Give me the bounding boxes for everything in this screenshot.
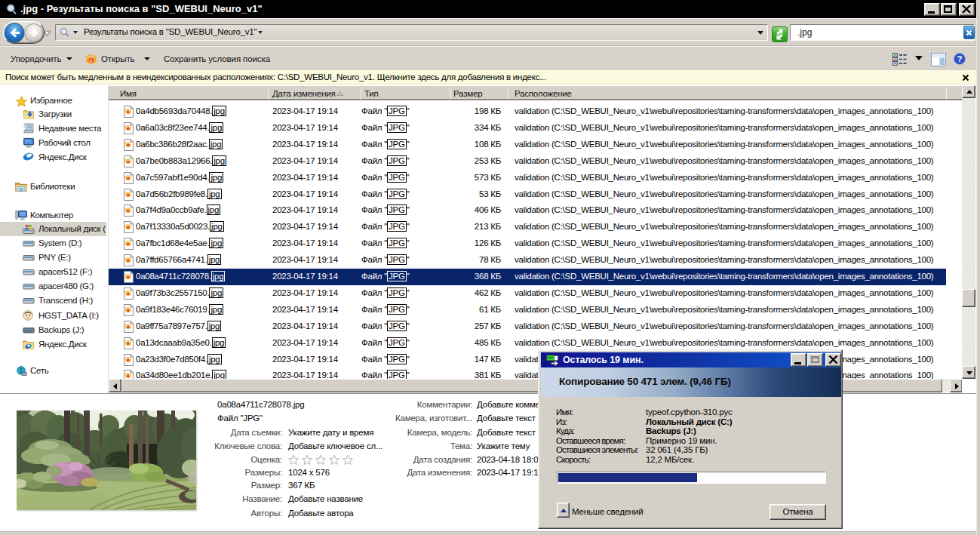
svg-text:?: ?: [957, 54, 962, 63]
